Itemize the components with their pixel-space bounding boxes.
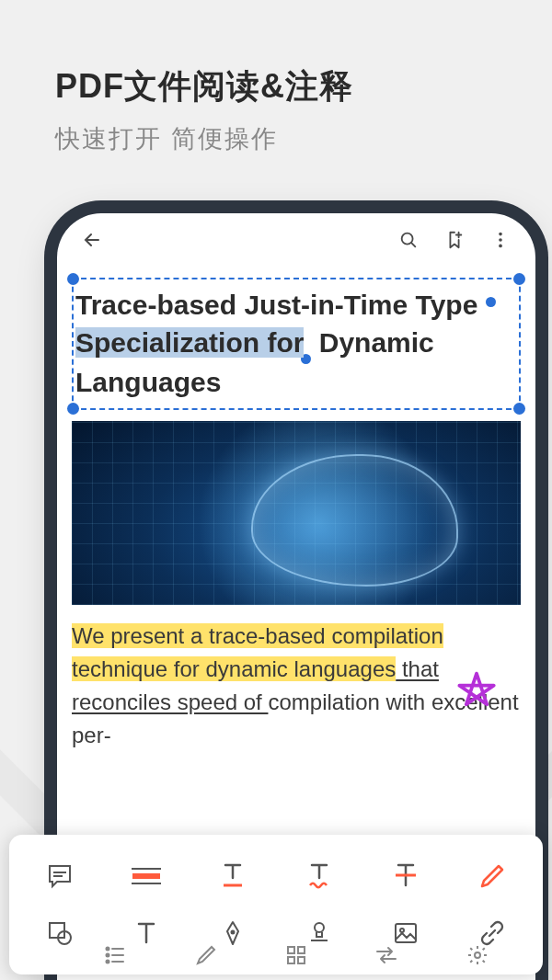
bookmark-button[interactable] — [436, 222, 473, 258]
strikethrough-icon — [391, 861, 420, 891]
star-annotation-icon[interactable] — [451, 668, 502, 720]
settings-button[interactable] — [455, 937, 500, 974]
squiggly-tool[interactable] — [295, 852, 343, 900]
svg-point-12 — [315, 923, 324, 932]
svg-rect-24 — [298, 957, 305, 963]
highlighted-text[interactable]: We present a trace-based compilation tec… — [72, 623, 443, 681]
promo-subtitle: 快速打开 简便操作 — [55, 122, 497, 155]
svg-rect-21 — [288, 947, 294, 953]
doc-title[interactable]: Trace-based Just-in-Time Type Specializa… — [75, 287, 517, 401]
title-text-selected[interactable]: Specialization for — [75, 327, 304, 358]
svg-point-25 — [475, 952, 480, 958]
document-viewport[interactable]: Trace-based Just-in-Time Type Specializa… — [57, 267, 535, 763]
svg-rect-23 — [288, 957, 294, 963]
comment-tool[interactable] — [36, 852, 84, 900]
phone-power-button — [544, 386, 548, 460]
more-button[interactable] — [482, 222, 519, 258]
highlight-tool[interactable] — [122, 852, 170, 900]
svg-rect-4 — [132, 873, 160, 879]
brain-illustration — [251, 454, 457, 587]
strikethrough-tool[interactable] — [382, 852, 430, 900]
text-selection-box[interactable]: Trace-based Just-in-Time Type Specializa… — [72, 278, 521, 410]
svg-point-1 — [499, 233, 502, 236]
bookmark-add-icon — [444, 230, 465, 250]
tool-row-1 — [17, 848, 535, 905]
svg-point-19 — [107, 961, 109, 963]
svg-point-17 — [107, 954, 109, 957]
svg-rect-9 — [50, 923, 64, 938]
doc-hero-image — [72, 421, 521, 605]
back-icon — [81, 229, 103, 251]
back-button[interactable] — [74, 222, 110, 258]
undo-redo-button[interactable] — [364, 937, 408, 974]
selection-handle[interactable] — [67, 273, 79, 285]
svg-point-2 — [499, 238, 502, 242]
settings-icon — [466, 944, 489, 966]
title-text-before: Trace-based Just-in-Time Type — [75, 290, 486, 320]
underline-tool[interactable] — [209, 852, 257, 900]
phone-side-buttons — [44, 515, 48, 691]
edit-button[interactable] — [184, 937, 228, 974]
more-vert-icon — [490, 230, 511, 250]
caret-handle[interactable] — [486, 297, 496, 307]
svg-point-15 — [107, 948, 109, 951]
squiggly-icon — [305, 861, 334, 891]
eraser-icon — [195, 944, 217, 966]
search-icon — [398, 230, 419, 250]
undo-redo-icon — [374, 944, 398, 966]
selection-handle[interactable] — [67, 403, 79, 415]
app-top-bar — [57, 213, 535, 267]
view-mode-button[interactable] — [274, 937, 318, 974]
grid-view-icon — [285, 944, 307, 966]
promo-header: PDF文件阅读&注释 快速打开 简便操作 — [0, 0, 552, 192]
underline-icon — [218, 861, 247, 891]
bottom-nav — [70, 934, 523, 976]
svg-point-14 — [400, 929, 404, 932]
outline-button[interactable] — [93, 937, 137, 974]
pencil-icon — [478, 862, 506, 890]
comment-icon — [45, 861, 75, 891]
outline-icon — [103, 943, 127, 967]
selection-handle[interactable] — [513, 403, 525, 415]
promo-title: PDF文件阅读&注释 — [55, 64, 497, 109]
pencil-tool[interactable] — [468, 852, 516, 900]
svg-point-3 — [499, 245, 502, 248]
svg-rect-22 — [298, 947, 305, 953]
search-button[interactable] — [390, 222, 427, 258]
highlight-icon — [130, 862, 163, 890]
selection-handle[interactable] — [513, 273, 525, 285]
